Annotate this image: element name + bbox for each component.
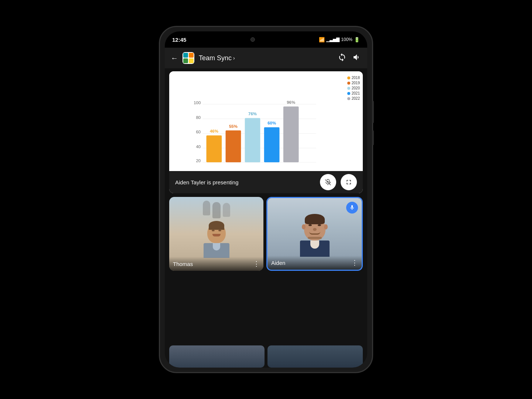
- header-title-row: Team Sync ›: [199, 54, 333, 62]
- svg-text:60%: 60%: [267, 121, 276, 125]
- app-header: ← Team Sync ›: [165, 48, 367, 68]
- wifi-icon: 📶: [319, 37, 325, 42]
- audio-button[interactable]: [352, 53, 361, 63]
- svg-rect-1: [183, 53, 188, 58]
- participants-row2: [165, 345, 367, 368]
- signal-icon: ▁▃▅▇: [326, 37, 340, 42]
- back-button[interactable]: ←: [171, 54, 178, 62]
- status-icons: 📶 ▁▃▅▇ 100% 🔋: [319, 37, 360, 42]
- svg-text:100: 100: [194, 100, 201, 105]
- svg-rect-4: [189, 58, 194, 63]
- refresh-button[interactable]: [338, 53, 347, 63]
- presenter-text: Aiden Tayler is presenting: [175, 179, 239, 185]
- legend-label-2022: 2022: [352, 96, 360, 100]
- legend-dot-2018: [347, 76, 350, 79]
- battery-icon: 🔋: [354, 37, 360, 42]
- header-actions: [338, 53, 361, 63]
- phone-screen: 12:45 📶 ▁▃▅▇ 100% 🔋 ←: [165, 31, 367, 368]
- aiden-menu-button[interactable]: ⋮: [351, 259, 358, 267]
- side-button-2[interactable]: [372, 130, 374, 145]
- participant-mini-2[interactable]: [267, 345, 363, 368]
- chart-area: 2018 2019 2020 2021: [169, 71, 363, 171]
- status-bar: 12:45 📶 ▁▃▅▇ 100% 🔋: [165, 31, 367, 48]
- svg-text:55%: 55%: [229, 124, 238, 129]
- svg-rect-23: [283, 106, 299, 162]
- aiden-name-bar: Aiden ⋮: [267, 256, 362, 270]
- participant-card-thomas[interactable]: Thomas ⋮: [169, 197, 263, 271]
- chart-legend: 2018 2019 2020 2021: [347, 76, 360, 100]
- svg-text:80: 80: [196, 115, 201, 120]
- participant-card-aiden[interactable]: Aiden ⋮: [266, 197, 363, 271]
- legend-dot-2021: [347, 92, 350, 95]
- svg-rect-21: [264, 127, 280, 163]
- thomas-name: Thomas: [173, 261, 193, 267]
- participant-mini-1[interactable]: [169, 345, 265, 368]
- svg-text:60: 60: [196, 130, 201, 134]
- svg-rect-2: [189, 53, 194, 58]
- svg-rect-17: [226, 130, 241, 162]
- legend-item-2019: 2019: [347, 81, 360, 85]
- app-logo: [183, 52, 194, 64]
- legend-dot-2020: [347, 87, 350, 90]
- svg-rect-19: [245, 118, 260, 163]
- presentation-container: 2018 2019 2020 2021: [169, 71, 363, 193]
- legend-dot-2019: [347, 82, 350, 85]
- header-chevron[interactable]: ›: [233, 55, 235, 61]
- chart-svg: 20 40 60 80 100 46%: [174, 76, 358, 168]
- legend-item-2021: 2021: [347, 91, 360, 95]
- legend-item-2018: 2018: [347, 76, 360, 80]
- status-time: 12:45: [172, 37, 186, 43]
- svg-rect-3: [183, 58, 188, 63]
- front-camera: [250, 37, 255, 42]
- side-button[interactable]: [372, 101, 374, 123]
- legend-label-2020: 2020: [352, 86, 360, 90]
- speaking-badge: [346, 202, 358, 214]
- header-title: Team Sync: [199, 54, 232, 62]
- presenter-actions: [320, 174, 357, 190]
- thomas-name-bar: Thomas ⋮: [169, 257, 263, 271]
- legend-item-2022: 2022: [347, 96, 360, 100]
- expand-button[interactable]: [341, 174, 357, 190]
- legend-label-2021: 2021: [352, 91, 360, 95]
- legend-label-2019: 2019: [352, 81, 360, 85]
- phone-device: 12:45 📶 ▁▃▅▇ 100% 🔋 ←: [159, 26, 373, 373]
- svg-rect-15: [207, 135, 222, 162]
- svg-text:96%: 96%: [287, 100, 295, 105]
- svg-text:76%: 76%: [248, 112, 257, 116]
- legend-item-2020: 2020: [347, 86, 360, 90]
- thomas-menu-button[interactable]: ⋮: [253, 260, 260, 268]
- svg-text:20: 20: [196, 158, 201, 163]
- svg-text:40: 40: [196, 144, 201, 149]
- participants-grid: Thomas ⋮: [165, 193, 367, 345]
- aiden-name: Aiden: [271, 260, 285, 266]
- legend-label-2018: 2018: [352, 76, 360, 80]
- presenter-bar: Aiden Tayler is presenting: [169, 171, 363, 193]
- svg-text:46%: 46%: [210, 129, 218, 133]
- legend-dot-2022: [347, 97, 350, 100]
- battery-text: 100%: [341, 37, 352, 42]
- mute-presentation-button[interactable]: [320, 174, 336, 190]
